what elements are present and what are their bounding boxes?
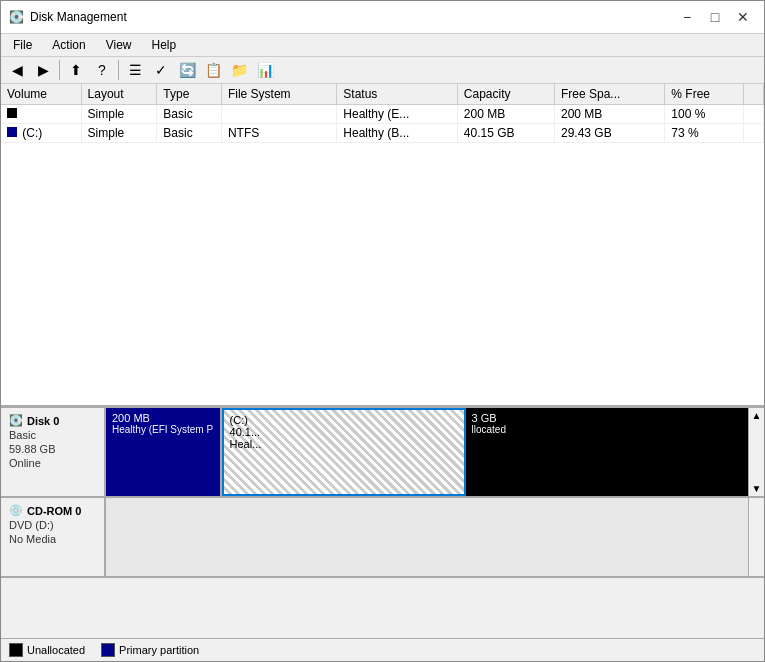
partition-unallocated[interactable]: 3 GB llocated [466,408,749,496]
partition-c-label: (C:) [230,414,458,426]
partition-efi-size: 200 MB [112,412,214,424]
partition-efi[interactable]: 200 MB Healthy (EFI System P [106,408,222,496]
toolbar-help[interactable]: ? [90,59,114,81]
scroll-up[interactable]: ▲ [752,410,762,421]
window-title: Disk Management [30,10,127,24]
disk-0-size: 59.88 GB [9,443,96,455]
partition-c-status: Heal... [230,438,458,450]
cell-type: Basic [157,124,222,143]
disk-0-row: 💽 Disk 0 Basic 59.88 GB Online 200 MB He… [1,408,764,498]
cdrom-icon: 💿 [9,504,23,517]
col-status[interactable]: Status [337,84,458,105]
title-bar: 💽 Disk Management − □ ✕ [1,1,764,34]
legend-unallocated: Unallocated [9,643,85,657]
close-button[interactable]: ✕ [730,7,756,27]
disk-cdrom-label: 💿 CD-ROM 0 DVD (D:) No Media [1,498,106,576]
scroll-down[interactable]: ▼ [752,483,762,494]
col-volume[interactable]: Volume [1,84,81,105]
toolbar-back[interactable]: ◀ [5,59,29,81]
toolbar-btn-7[interactable]: 📁 [227,59,251,81]
main-window: 💽 Disk Management − □ ✕ File Action View… [0,0,765,662]
disk-cdrom-partitions [106,498,748,576]
disk-cdrom-title: 💿 CD-ROM 0 [9,504,96,517]
partition-unallocated-label: llocated [472,424,743,435]
disk-cdrom-name: CD-ROM 0 [27,505,81,517]
cell-volume [1,105,81,124]
toolbar-btn-4[interactable]: ✓ [149,59,173,81]
legend-primary-box [101,643,115,657]
disk-cdrom-row: 💿 CD-ROM 0 DVD (D:) No Media [1,498,764,578]
menu-file[interactable]: File [5,36,40,54]
disk-0-status: Online [9,457,96,469]
table-area: Volume Layout Type File System Status Ca… [1,84,764,408]
partition-efi-status: Healthy (EFI System P [112,424,214,435]
volume-icon [7,108,17,118]
app-icon: 💽 [9,10,24,24]
disk-cdrom-status: No Media [9,533,96,545]
disk-0-label: 💽 Disk 0 Basic 59.88 GB Online [1,408,106,496]
scrollbar[interactable]: ▲ ▼ [748,408,764,496]
partition-c[interactable]: (C:) 40.1... Heal... [222,408,466,496]
toolbar-btn-6[interactable]: 📋 [201,59,225,81]
toolbar: ◀ ▶ ⬆ ? ☰ ✓ 🔄 📋 📁 📊 [1,57,764,84]
cell-percentfree: 73 % [665,124,744,143]
cell-layout: Simple [81,105,157,124]
legend-unallocated-label: Unallocated [27,644,85,656]
cell-filesystem: NTFS [221,124,336,143]
maximize-button[interactable]: □ [702,7,728,27]
cell-status: Healthy (E... [337,105,458,124]
cell-type: Basic [157,105,222,124]
volume-icon-blue [7,127,17,137]
toolbar-btn-8[interactable]: 📊 [253,59,277,81]
cell-freespace: 200 MB [554,105,664,124]
cell-filesystem [221,105,336,124]
cell-volume: (C:) [1,124,81,143]
menu-action[interactable]: Action [44,36,93,54]
cell-status: Healthy (B... [337,124,458,143]
col-capacity[interactable]: Capacity [457,84,554,105]
table-row[interactable]: Simple Basic Healthy (E... 200 MB 200 MB… [1,105,764,124]
main-area: Volume Layout Type File System Status Ca… [1,84,764,661]
toolbar-up[interactable]: ⬆ [64,59,88,81]
col-layout[interactable]: Layout [81,84,157,105]
partition-cdrom [106,498,748,576]
col-filesystem[interactable]: File System [221,84,336,105]
disk-0-type: Basic [9,429,96,441]
scrollbar-cdrom [748,498,764,576]
cell-percentfree: 100 % [665,105,744,124]
disk-icon: 💽 [9,414,23,427]
menu-bar: File Action View Help [1,34,764,57]
table-row[interactable]: (C:) Simple Basic NTFS Healthy (B... 40.… [1,124,764,143]
disk-cdrom-type: DVD (D:) [9,519,96,531]
partition-unallocated-size: 3 GB [472,412,743,424]
legend-bar: Unallocated Primary partition [1,638,764,661]
cell-capacity: 200 MB [457,105,554,124]
cell-layout: Simple [81,124,157,143]
cell-capacity: 40.15 GB [457,124,554,143]
toolbar-btn-5[interactable]: 🔄 [175,59,199,81]
col-freespace[interactable]: Free Spa... [554,84,664,105]
title-bar-left: 💽 Disk Management [9,10,127,24]
menu-help[interactable]: Help [144,36,185,54]
legend-primary: Primary partition [101,643,199,657]
toolbar-btn-3[interactable]: ☰ [123,59,147,81]
cell-extra [744,105,764,124]
col-type[interactable]: Type [157,84,222,105]
legend-primary-label: Primary partition [119,644,199,656]
col-percentfree[interactable]: % Free [665,84,744,105]
disk-0-title: 💽 Disk 0 [9,414,96,427]
legend-unallocated-box [9,643,23,657]
disk-0-name: Disk 0 [27,415,59,427]
col-extra [744,84,764,105]
title-controls: − □ ✕ [674,7,756,27]
toolbar-sep-1 [59,60,60,80]
toolbar-sep-2 [118,60,119,80]
minimize-button[interactable]: − [674,7,700,27]
menu-view[interactable]: View [98,36,140,54]
toolbar-forward[interactable]: ▶ [31,59,55,81]
disk-0-partitions: 200 MB Healthy (EFI System P (C:) 40.1..… [106,408,748,496]
cell-freespace: 29.43 GB [554,124,664,143]
partition-c-size: 40.1... [230,426,458,438]
volume-table: Volume Layout Type File System Status Ca… [1,84,764,143]
cell-extra [744,124,764,143]
